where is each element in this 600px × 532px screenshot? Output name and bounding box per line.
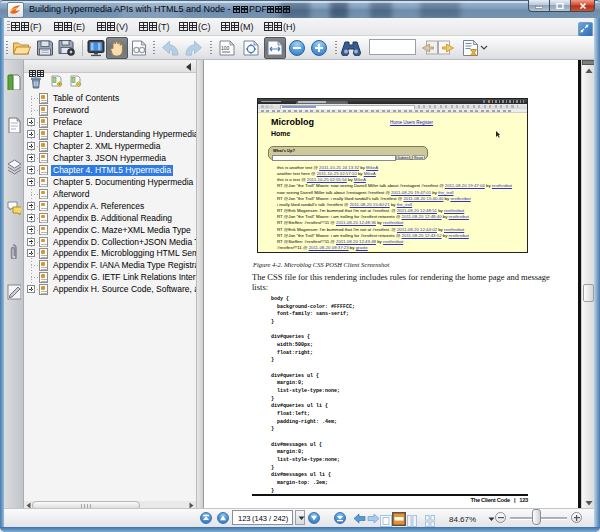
svg-text:100: 100 (221, 45, 230, 51)
